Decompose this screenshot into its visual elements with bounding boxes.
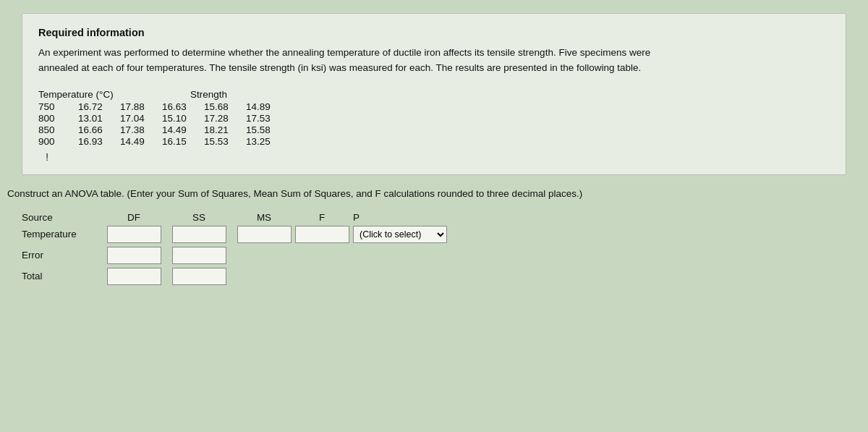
val-cell: 17.88 (120, 101, 162, 112)
anova-f-temperature (297, 226, 347, 243)
anova-header-source: Source (22, 212, 101, 223)
anova-row-temperature: Temperature (22, 226, 846, 243)
val-cell: 16.66 (78, 124, 120, 135)
anova-table: Source DF SS MS F P Temperature (7, 212, 846, 287)
temperature-col-header: Temperature (°C) (38, 89, 125, 100)
anova-input-df-error[interactable] (107, 247, 161, 264)
anova-df-temperature (101, 226, 166, 243)
val-cell: 16.15 (162, 136, 204, 147)
anova-p-temperature: (Click to select) < 0.001 < 0.01 < 0.05 … (347, 226, 463, 243)
anova-row-total: Total (22, 268, 846, 285)
table-row: 850 16.66 17.38 14.49 18.21 15.58 (38, 124, 830, 135)
anova-input-df-total[interactable] (107, 268, 161, 285)
top-card: Required information An experiment was p… (22, 13, 846, 175)
exclamation-mark: ! (38, 151, 830, 163)
anova-source-error: Error (22, 250, 101, 261)
val-cell: 16.63 (162, 101, 204, 112)
source-label-error: Error (22, 250, 43, 261)
temp-cell: 750 (38, 101, 78, 112)
anova-header-p: P (347, 212, 463, 223)
anova-ss-total (166, 268, 231, 285)
data-headers: Temperature (°C) Strength (38, 89, 830, 100)
table-row: 750 16.72 17.88 16.63 15.68 14.89 (38, 101, 830, 112)
val-cell: 17.53 (246, 113, 288, 124)
anova-ms-temperature (231, 226, 297, 243)
val-cell: 13.01 (78, 113, 120, 124)
anova-header-ss: SS (166, 212, 231, 223)
val-cell: 15.10 (162, 113, 204, 124)
table-row: 900 16.93 14.49 16.15 15.53 13.25 (38, 136, 830, 147)
source-label-total: Total (22, 271, 43, 281)
val-cell: 14.89 (246, 101, 288, 112)
anova-ss-error (166, 247, 231, 264)
table-row: 800 13.01 17.04 15.10 17.28 17.53 (38, 113, 830, 124)
anova-headers: Source DF SS MS F P (22, 212, 846, 223)
temp-cell: 900 (38, 136, 78, 147)
card-title: Required information (38, 27, 830, 38)
val-cell: 14.49 (120, 136, 162, 147)
source-label-temperature: Temperature (22, 229, 77, 240)
val-cell: 16.93 (78, 136, 120, 147)
strength-col-header: Strength (190, 89, 227, 100)
val-cell: 13.25 (246, 136, 288, 147)
anova-input-ss-total[interactable] (172, 268, 226, 285)
val-cell: 15.53 (204, 136, 246, 147)
bottom-section: Construct an ANOVA table. (Enter your Su… (0, 175, 868, 300)
anova-df-error (101, 247, 166, 264)
anova-input-f-temperature[interactable] (295, 226, 349, 243)
anova-df-total (101, 268, 166, 285)
val-cell: 15.58 (246, 124, 288, 135)
anova-row-error: Error (22, 247, 846, 264)
data-rows: 750 16.72 17.88 16.63 15.68 14.89 800 13… (38, 101, 830, 148)
temp-cell: 850 (38, 124, 78, 135)
p-value-dropdown[interactable]: (Click to select) < 0.001 < 0.01 < 0.05 … (353, 226, 447, 243)
anova-source-total: Total (22, 271, 101, 281)
temp-cell: 800 (38, 113, 78, 124)
data-section: Temperature (°C) Strength 750 16.72 17.8… (38, 89, 830, 163)
val-cell: 14.49 (162, 124, 204, 135)
anova-header-df: DF (101, 212, 166, 223)
anova-input-ss-temperature[interactable] (172, 226, 226, 243)
val-cell: 17.38 (120, 124, 162, 135)
anova-input-df-temperature[interactable] (107, 226, 161, 243)
anova-header-f: F (297, 212, 347, 223)
val-cell: 16.72 (78, 101, 120, 112)
anova-header-ms: MS (231, 212, 297, 223)
card-body-text: An experiment was performed to determine… (38, 46, 660, 76)
anova-source-temperature: Temperature (22, 229, 101, 240)
val-cell: 17.28 (204, 113, 246, 124)
anova-input-ms-temperature[interactable] (237, 226, 292, 243)
anova-ss-temperature (166, 226, 231, 243)
anova-data-rows: Temperature (22, 226, 846, 287)
anova-input-ss-error[interactable] (172, 247, 226, 264)
val-cell: 15.68 (204, 101, 246, 112)
val-cell: 18.21 (204, 124, 246, 135)
page-wrapper: Required information An experiment was p… (0, 0, 868, 432)
anova-instruction: Construct an ANOVA table. (Enter your Su… (7, 188, 846, 199)
val-cell: 17.04 (120, 113, 162, 124)
